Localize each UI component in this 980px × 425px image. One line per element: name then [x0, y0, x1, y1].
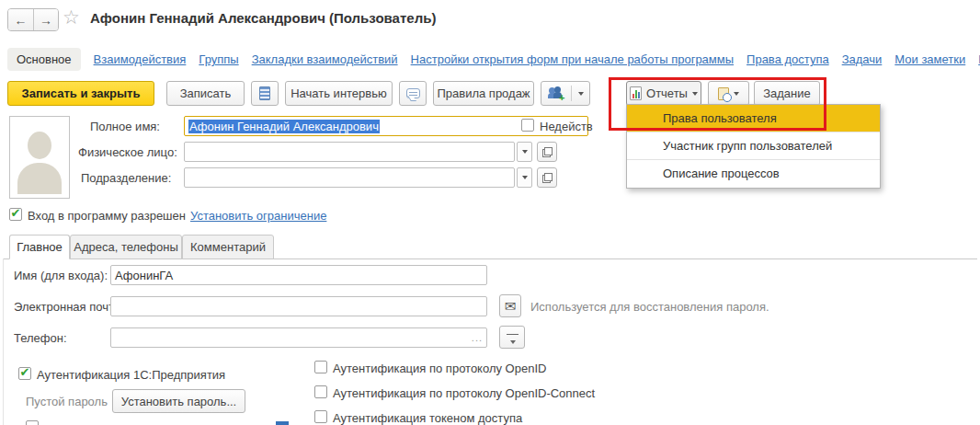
- comment-icon-button[interactable]: [399, 81, 427, 106]
- chevron-down-icon: [522, 150, 528, 154]
- person-open-button[interactable]: [537, 142, 557, 162]
- department-open-button[interactable]: [537, 167, 557, 188]
- full-name-label: Полное имя:: [90, 120, 196, 133]
- login-name-label: Имя (для входа):: [14, 269, 115, 282]
- favorite-star-icon[interactable]: ☆: [63, 6, 80, 29]
- menu-item-process-description[interactable]: Описание процессов: [627, 160, 880, 188]
- back-button[interactable]: ←: [8, 9, 33, 30]
- nav-item-main[interactable]: Основное: [7, 48, 81, 71]
- avatar-person-icon: [28, 132, 51, 159]
- department-dropdown-button[interactable]: [517, 167, 532, 188]
- user-avatar[interactable]: [9, 116, 70, 199]
- add-user-group-split-button[interactable]: +: [541, 81, 590, 106]
- list-icon-button[interactable]: [251, 81, 279, 106]
- email-label: Электронная почта:: [14, 300, 120, 314]
- phone-input[interactable]: ...: [110, 327, 487, 348]
- nav-item-form-open-settings[interactable]: Настройки открытия форм при начале работ…: [411, 52, 734, 66]
- user-card-window: ← → ☆ Афонин Геннадий Александрович (Пол…: [0, 0, 980, 425]
- history-nav-group: ← →: [7, 8, 59, 31]
- login-name-input[interactable]: АфонинГА: [110, 265, 487, 285]
- auth-openid-connect-label: Аутентификация по протоколу OpenID-Conne…: [333, 386, 595, 400]
- auth-openid-connect-checkbox[interactable]: [314, 385, 327, 398]
- open-in-window-icon: [542, 173, 553, 183]
- auth-1c-label: Аутентификация 1С:Предприятия: [37, 368, 225, 382]
- chevron-down-icon: [692, 92, 698, 96]
- chevron-down-icon: [578, 92, 584, 96]
- login-allowed-checkbox[interactable]: [9, 208, 22, 221]
- document-clock-icon: [718, 87, 729, 100]
- clipped-bottom-checkbox[interactable]: [26, 420, 39, 425]
- send-email-button[interactable]: ✉: [499, 294, 521, 317]
- tab-comment[interactable]: Комментарий: [182, 235, 274, 259]
- scheduled-doc-split-button[interactable]: [708, 81, 749, 106]
- clipped-bottom-link-fragment: [276, 421, 289, 425]
- full-name-value: Афонин Геннадий Александрович: [188, 120, 380, 133]
- email-input[interactable]: [110, 296, 487, 316]
- phone-choose-button[interactable]: ...: [472, 332, 483, 343]
- tab-addresses-phones[interactable]: Адреса, телефоны: [70, 235, 182, 259]
- page-title: Афонин Геннадий Александрович (Пользоват…: [90, 10, 436, 26]
- person-dropdown-button[interactable]: [517, 142, 532, 162]
- phone-actions-button[interactable]: [499, 326, 525, 349]
- department-input[interactable]: [184, 167, 515, 188]
- invalid-checkbox-label: Недейств: [540, 120, 593, 133]
- reports-button-label: Отчеты: [646, 86, 688, 100]
- open-in-window-icon: [542, 147, 553, 157]
- speech-bubble-icon: [406, 88, 420, 98]
- list-icon: [259, 86, 270, 100]
- set-restriction-link[interactable]: Установить ограничение: [190, 209, 326, 223]
- empty-password-text: Пустой пароль: [26, 395, 108, 408]
- phone-label: Телефон:: [14, 331, 120, 345]
- lines-arrow-icon: [507, 332, 518, 343]
- auth-token-label: Аутентификация токеном доступа: [333, 411, 522, 425]
- report-chart-icon: [630, 86, 642, 100]
- task-button[interactable]: Задание: [754, 81, 820, 106]
- nav-item-groups[interactable]: Группы: [199, 52, 238, 66]
- people-add-icon: +: [548, 86, 564, 100]
- start-interview-button[interactable]: Начать интервью: [285, 81, 393, 106]
- invalid-checkbox[interactable]: [521, 119, 534, 132]
- auth-openid-checkbox[interactable]: [314, 361, 327, 373]
- save-button[interactable]: Записать: [166, 81, 245, 106]
- menu-item-user-rights[interactable]: Права пользователя: [627, 105, 880, 132]
- nav-item-interaction-bookmarks[interactable]: Закладки взаимодействий: [252, 52, 398, 66]
- sales-rules-button[interactable]: Правила продаж: [433, 81, 534, 106]
- chevron-down-icon: [734, 92, 739, 96]
- reports-menu: Права пользователя Участник групп пользо…: [626, 104, 881, 189]
- set-password-button[interactable]: Установить пароль...: [112, 389, 245, 413]
- section-nav: Основное Взаимодействия Группы Закладки …: [7, 48, 980, 71]
- auth-openid-label: Аутентификация по протоколу OpenID: [333, 362, 546, 375]
- reports-dropdown-button[interactable]: Отчеты: [626, 81, 701, 106]
- nav-item-tasks[interactable]: Задачи: [842, 52, 883, 66]
- save-and-close-button[interactable]: Записать и закрыть: [7, 81, 154, 106]
- form-left-border: [3, 258, 4, 425]
- tab-main[interactable]: Главное: [9, 235, 70, 259]
- chevron-down-icon: [522, 176, 528, 179]
- login-name-value: АфонинГА: [115, 269, 173, 282]
- nav-item-my-notes[interactable]: Мои заметки: [895, 52, 965, 66]
- nav-item-access-rights[interactable]: Права доступа: [746, 52, 829, 66]
- login-allowed-label: Вход в программу разрешен: [28, 209, 186, 223]
- envelope-icon: ✉: [505, 299, 517, 313]
- department-label: Подразделение:: [81, 171, 187, 185]
- forward-button[interactable]: →: [33, 9, 58, 30]
- nav-item-interactions[interactable]: Взаимодействия: [94, 52, 187, 66]
- person-input[interactable]: [184, 142, 515, 162]
- auth-1c-checkbox[interactable]: [18, 367, 31, 380]
- menu-item-user-groups-member[interactable]: Участник групп пользователей: [627, 132, 880, 160]
- person-label: Физическое лицо:: [78, 145, 184, 159]
- email-hint: Используется для восстановления пароля.: [530, 300, 769, 314]
- auth-token-checkbox[interactable]: [314, 410, 327, 423]
- split-separator: [571, 86, 572, 101]
